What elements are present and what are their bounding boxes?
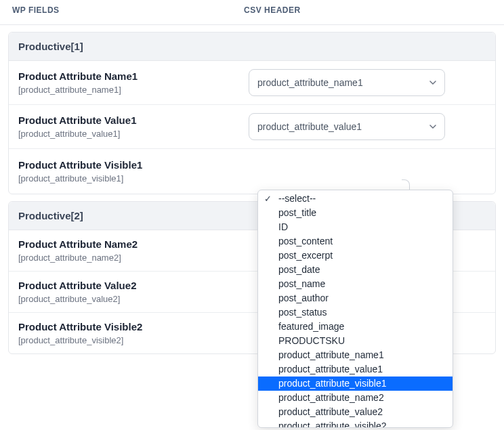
- dropdown-option[interactable]: post_content: [258, 234, 453, 249]
- field-label: Product Attribute Visible2: [18, 321, 249, 332]
- dropdown-option[interactable]: product_attribute_value2: [258, 405, 453, 419]
- chevron-down-icon: [429, 81, 436, 85]
- column-headers: WP FIELDS CSV HEADER: [0, 0, 504, 25]
- field-label: Product Attribute Visible1: [18, 159, 249, 171]
- dropdown-option[interactable]: product_attribute_name1: [258, 348, 453, 362]
- select-value: product_attribute_value1: [257, 121, 362, 132]
- dropdown-option[interactable]: post_status: [258, 305, 453, 320]
- dropdown-option[interactable]: product_attribute_visible1: [258, 377, 453, 391]
- field-row: Product Attribute Visible1 [product_attr…: [9, 149, 495, 194]
- header-wp-fields: WP FIELDS: [12, 5, 244, 15]
- dropdown-option[interactable]: PRODUCTSKU: [258, 334, 453, 348]
- chevron-down-icon: [429, 125, 436, 129]
- dropdown-option[interactable]: post_author: [258, 291, 453, 305]
- dropdown-option[interactable]: --select--: [258, 192, 453, 206]
- field-label: Product Attribute Name2: [18, 238, 249, 250]
- dropdown-option[interactable]: post_excerpt: [258, 249, 453, 263]
- csv-header-select[interactable]: product_attribute_name1: [249, 69, 445, 96]
- field-row: Product Attribute Value1 [product_attrib…: [9, 105, 495, 149]
- dropdown-option[interactable]: product_attribute_value1: [258, 362, 453, 377]
- csv-header-select[interactable]: product_attribute_value1: [249, 113, 445, 140]
- group-productive-1: Productive[1] Product Attribute Name1 [p…: [8, 32, 496, 194]
- field-slug: [product_attribute_visible2]: [18, 335, 249, 345]
- dropdown-option[interactable]: ID: [258, 220, 453, 234]
- field-slug: [product_attribute_value2]: [18, 294, 249, 304]
- field-row: Product Attribute Name1 [product_attribu…: [9, 61, 495, 105]
- field-label: Product Attribute Name1: [18, 70, 249, 82]
- header-csv-header: CSV HEADER: [244, 5, 492, 15]
- group-header: Productive[1]: [9, 33, 495, 61]
- dropdown-option[interactable]: product_attribute_name2: [258, 391, 453, 405]
- field-label: Product Attribute Value1: [18, 114, 249, 126]
- dropdown-option[interactable]: featured_image: [258, 320, 453, 334]
- field-slug: [product_attribute_name1]: [18, 85, 249, 95]
- select-value: product_attribute_name1: [257, 77, 363, 88]
- field-slug: [product_attribute_value1]: [18, 129, 249, 139]
- dropdown-option[interactable]: post_name: [258, 277, 453, 291]
- dropdown-option[interactable]: post_date: [258, 263, 453, 277]
- csv-header-dropdown[interactable]: --select--post_titleIDpost_contentpost_e…: [257, 190, 453, 428]
- field-slug: [product_attribute_name2]: [18, 253, 249, 263]
- dropdown-option[interactable]: product_attribute_visible2: [258, 419, 453, 428]
- dropdown-option[interactable]: post_title: [258, 206, 453, 220]
- field-slug: [product_attribute_visible1]: [18, 173, 249, 184]
- field-label: Product Attribute Value2: [18, 280, 249, 291]
